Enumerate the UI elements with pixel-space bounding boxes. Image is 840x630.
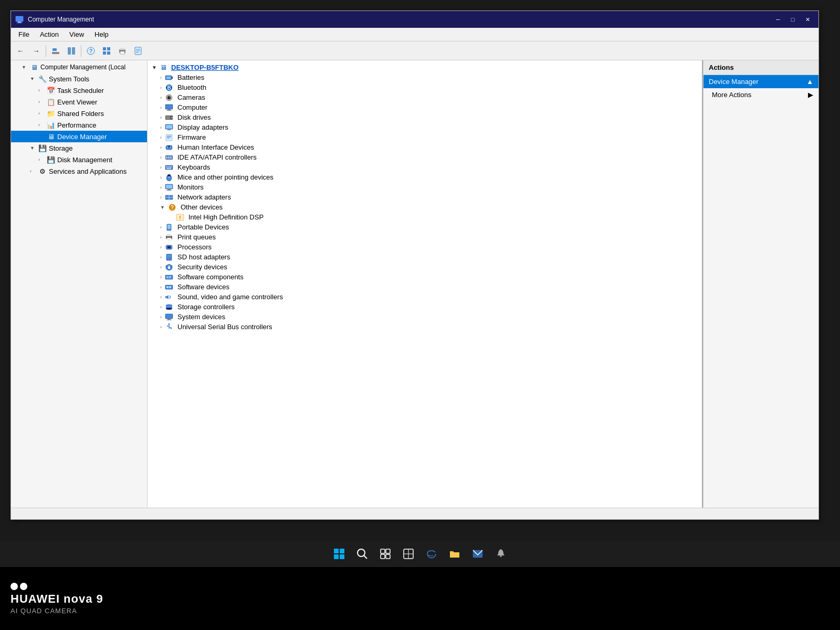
sidebar-storage[interactable]: ▼ 💾 Storage — [11, 142, 147, 154]
tree-sd-host[interactable]: › SD host adapters — [148, 252, 702, 262]
taskbar-notifications[interactable] — [492, 545, 509, 562]
expand-firmware: › — [160, 135, 162, 140]
taskbar-mail[interactable] — [469, 545, 486, 562]
svg-rect-104 — [165, 314, 173, 319]
tree-system-devices[interactable]: › System devices — [148, 312, 702, 322]
svg-rect-76 — [167, 234, 171, 236]
grid-button[interactable] — [99, 44, 114, 58]
tree-network-adapters[interactable]: › Network adapters — [148, 192, 702, 202]
properties-button[interactable] — [131, 44, 145, 58]
print-icon — [165, 234, 173, 241]
tree-root[interactable]: ▼ 🖥 DESKTOP-B5FTBKO — [148, 62, 702, 72]
taskbar-windows-button[interactable] — [331, 545, 348, 562]
svg-rect-4 — [52, 48, 57, 51]
sidebar-shared-folders[interactable]: › 📁 Shared Folders — [11, 108, 147, 119]
svg-rect-6 — [72, 47, 75, 55]
sidebar-services[interactable]: › ⚙ Services and Applications — [11, 165, 147, 177]
sidebar-task-scheduler[interactable]: › 📅 Task Scheduler — [11, 85, 147, 96]
svg-point-27 — [169, 97, 170, 98]
svg-point-74 — [169, 229, 170, 230]
tree-display-adapters[interactable]: › Display adapters — [148, 122, 702, 132]
other-devices-label: Other devices — [181, 203, 223, 211]
minimize-button[interactable]: ─ — [771, 14, 785, 25]
tree-batteries[interactable]: › Batteries — [148, 72, 702, 82]
tree-security[interactable]: › Security devices — [148, 262, 702, 272]
tree-firmware[interactable]: › Firmware — [148, 132, 702, 142]
menu-file[interactable]: File — [13, 29, 35, 39]
dsp-label: Intel High Definition DSP — [188, 213, 264, 221]
svg-rect-121 — [381, 554, 385, 559]
tree-usb[interactable]: › Universal Serial Bus controllers — [148, 322, 702, 332]
expand-monitors: › — [160, 185, 162, 190]
taskbar-search-button[interactable] — [354, 545, 371, 562]
show-hide-button[interactable] — [64, 44, 79, 58]
sidebar-performance[interactable]: › 📊 Performance — [11, 119, 147, 131]
up-button[interactable] — [48, 44, 63, 58]
tree-human-interface[interactable]: › Human Interface Devices — [148, 142, 702, 152]
maximize-button[interactable]: □ — [786, 14, 800, 25]
svg-rect-95 — [169, 276, 171, 278]
tree-sound[interactable]: › Sound, video and game controllers — [148, 292, 702, 302]
close-button[interactable]: ✕ — [801, 14, 814, 25]
taskbar-widgets[interactable] — [400, 545, 417, 562]
svg-point-26 — [167, 96, 171, 99]
menu-action[interactable]: Action — [35, 29, 64, 39]
svg-rect-119 — [381, 549, 385, 553]
mice-icon — [165, 174, 173, 181]
tree-software-devices[interactable]: › Software devices — [148, 282, 702, 292]
taskbar-task-view[interactable] — [377, 545, 394, 562]
svg-rect-1 — [18, 22, 21, 23]
tree-bluetooth[interactable]: › B Bluetooth — [148, 82, 702, 92]
tree-disk-drives[interactable]: › Disk drives — [148, 112, 702, 122]
expand-icon: › — [30, 169, 36, 174]
sidebar-disk-management[interactable]: › 💾 Disk Management — [11, 154, 147, 165]
svg-rect-11 — [103, 51, 106, 55]
disk-management-label: Disk Management — [57, 156, 145, 164]
expand-icon: › — [38, 88, 45, 93]
taskbar-edge[interactable] — [423, 545, 440, 562]
tree-monitors[interactable]: › Monitors — [148, 182, 702, 192]
actions-device-manager-section[interactable]: Device Manager ▲ — [704, 75, 818, 88]
toolbar-separator-2 — [81, 45, 81, 57]
tree-storage-controllers[interactable]: › Storage controllers — [148, 302, 702, 312]
print-button[interactable] — [115, 44, 130, 58]
expand-icon: ▼ — [30, 76, 36, 81]
desktop-label: DESKTOP-B5FTBKO — [171, 64, 238, 71]
sidebar-device-manager[interactable]: 🖥 Device Manager — [11, 131, 147, 142]
tree-mice[interactable]: › Mice and other pointing devices — [148, 172, 702, 182]
expand-usb: › — [160, 324, 162, 330]
svg-rect-22 — [166, 77, 171, 79]
menu-view[interactable]: View — [64, 29, 89, 39]
disk-drives-icon — [165, 114, 173, 121]
tree-other-devices[interactable]: ▼ ? Other devices — [148, 202, 702, 212]
svg-rect-55 — [168, 167, 169, 168]
tree-ide[interactable]: › IDE ATA/ATAPI controllers — [148, 152, 702, 162]
sidebar-system-tools[interactable]: ▼ 🔧 System Tools — [11, 73, 147, 85]
svg-point-117 — [358, 549, 365, 556]
logo-circles — [10, 583, 103, 590]
sidebar-event-viewer[interactable]: › 📋 Event Viewer — [11, 96, 147, 108]
menu-help[interactable]: Help — [89, 29, 114, 39]
svg-rect-54 — [166, 167, 167, 168]
forward-button[interactable]: → — [29, 44, 44, 58]
taskbar-explorer[interactable] — [446, 545, 463, 562]
tree-intel-dsp[interactable]: ! Intel High Definition DSP — [148, 212, 702, 222]
tree-processors[interactable]: › Processors — [148, 242, 702, 252]
actions-more-actions[interactable]: More Actions ▶ — [704, 88, 818, 101]
tree-computer[interactable]: › Computer — [148, 102, 702, 112]
dsp-icon: ! — [176, 214, 184, 221]
tree-print-queues[interactable]: › Print queues — [148, 232, 702, 242]
sw-devices-label: Software devices — [177, 283, 229, 291]
back-button[interactable]: ← — [13, 44, 28, 58]
help-button[interactable]: ? — [83, 44, 98, 58]
svg-rect-35 — [166, 125, 172, 129]
collapse-other: ▼ — [160, 205, 165, 210]
tree-portable[interactable]: › Portable Devices — [148, 222, 702, 232]
tree-keyboards[interactable]: › Keyboards — [148, 162, 702, 172]
tree-software-components[interactable]: › Software components — [148, 272, 702, 282]
more-actions-arrow: ▶ — [808, 91, 813, 99]
computer-icon: 🖥 — [30, 63, 38, 71]
tree-cameras[interactable]: › Cameras — [148, 92, 702, 102]
sidebar-root[interactable]: ▼ 🖥 Computer Management (Local — [11, 61, 147, 73]
performance-icon: 📊 — [47, 121, 55, 129]
